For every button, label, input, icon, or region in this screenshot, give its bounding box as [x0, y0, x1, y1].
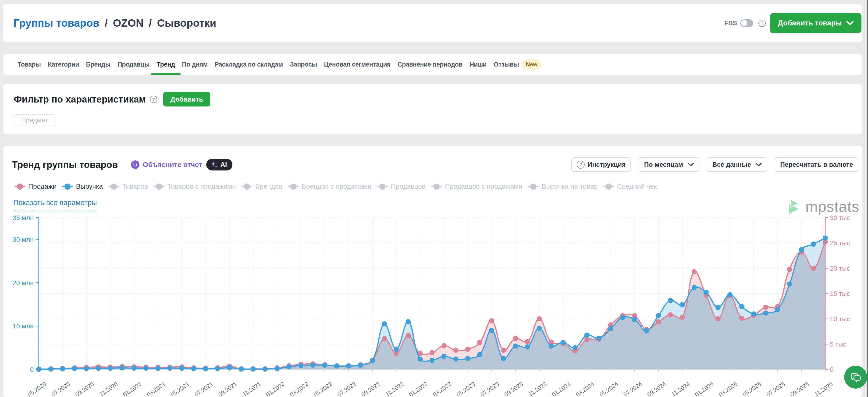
ai-badge: AI — [206, 159, 232, 171]
legend-marker-icon — [14, 184, 25, 190]
chevron-down-icon — [756, 163, 762, 166]
breadcrumb-separator: / — [102, 17, 110, 29]
legend-label: Средний чек — [617, 183, 657, 190]
instruction-button[interactable]: ? Инструкция — [571, 157, 631, 172]
breadcrumb-root-link[interactable]: Группы товаров — [13, 17, 99, 29]
legend-marker-icon — [528, 184, 539, 190]
period-select[interactable]: По месяцам — [639, 157, 699, 172]
x-axis-labels: 05.202007.202009.202011.202001.202103.20… — [26, 369, 834, 397]
tab-бренды[interactable]: Бренды — [86, 54, 111, 75]
legend-label: Брендов — [255, 183, 282, 190]
filter-chip-predmet[interactable]: Предмет — [14, 114, 55, 126]
mpstats-logo-icon — [789, 200, 799, 214]
svg-text:03.2024: 03.2024 — [575, 380, 595, 397]
legend-label: Продажи — [28, 183, 57, 190]
fbs-label: FBS — [724, 20, 737, 27]
ai-badge-text: AI — [220, 161, 227, 169]
breadcrumb: Группы товаров / OZON / Сыворотки — [13, 17, 216, 29]
legend-label: Продавцов — [391, 183, 426, 190]
data-range-select[interactable]: Все данные — [707, 157, 767, 172]
chat-bubbles-icon — [849, 371, 862, 383]
breadcrumb-item-category: Сыворотки — [157, 17, 216, 29]
svg-text:09.2025: 09.2025 — [789, 380, 810, 397]
svg-text:09.2022: 09.2022 — [360, 380, 381, 397]
header-card: Группы товаров / OZON / Сыворотки FBS ? … — [3, 4, 862, 42]
legend-item-продавцов[interactable]: Продавцов — [377, 183, 426, 190]
svg-text:15 тыс: 15 тыс — [830, 290, 850, 297]
filter-help-icon[interactable]: ? — [150, 96, 157, 103]
currency-recalc-button[interactable]: Пересчитать в валюте — [775, 157, 859, 172]
svg-text:0: 0 — [30, 366, 34, 373]
tab-категории[interactable]: Категории — [48, 54, 79, 75]
tab-по-дням[interactable]: По дням — [182, 54, 208, 75]
svg-text:20 тыс: 20 тыс — [830, 265, 850, 272]
svg-text:07.2022: 07.2022 — [336, 380, 357, 397]
tab-раскладка-по-складам[interactable]: Раскладка по складам — [215, 54, 283, 75]
svg-text:05.2021: 05.2021 — [169, 380, 190, 397]
scrollbar-edge[interactable] — [867, 0, 868, 397]
legend-label: Товаров — [122, 183, 148, 190]
legend-item-продавцов-с-продажами[interactable]: Продавцов с продажами — [431, 183, 522, 190]
legend-item-продажи[interactable]: Продажи — [14, 183, 57, 190]
svg-text:05.2025: 05.2025 — [741, 380, 763, 397]
new-badge: New — [522, 59, 541, 69]
add-products-button[interactable]: Добавить товары — [770, 13, 862, 33]
explain-report[interactable]: Объясните отчет AI — [131, 159, 232, 171]
svg-text:20 млн: 20 млн — [12, 279, 34, 286]
legend-marker-icon — [288, 184, 299, 190]
sparkles-icon — [210, 160, 218, 169]
chevron-down-icon — [846, 21, 854, 25]
breadcrumb-separator: / — [147, 17, 154, 29]
svg-text:01.2023: 01.2023 — [408, 380, 429, 397]
legend-item-товаров[interactable]: Товаров — [108, 183, 148, 190]
tab-продавцы[interactable]: Продавцы — [118, 54, 150, 75]
svg-text:11.2021: 11.2021 — [241, 380, 262, 397]
legend-marker-icon — [431, 184, 442, 190]
tab-ценовая-сегментация[interactable]: Ценовая сегментация — [324, 54, 391, 75]
legend-label: Выручка на товар — [542, 183, 598, 190]
legend-item-средний-чек[interactable]: Средний чек — [603, 183, 657, 190]
legend-item-брендов-с-продажами[interactable]: Брендов с продажами — [288, 183, 371, 190]
right-axis: 05 тыс10 тыс15 тыс20 тыс25 тыс30 тыс — [825, 214, 850, 373]
fbs-toggle-knob — [741, 20, 747, 26]
legend-item-товаров-с-продажами[interactable]: Товаров с продажами — [154, 183, 236, 190]
tab-товары[interactable]: Товары — [18, 54, 41, 75]
filter-title: Фильтр по характеристикам — [14, 94, 146, 104]
svg-text:09.2021: 09.2021 — [217, 380, 238, 397]
tab-отзывы[interactable]: Отзывы — [494, 54, 519, 75]
legend-label: Продавцов с продажами — [445, 183, 522, 190]
svg-text:11.2020: 11.2020 — [98, 380, 119, 397]
legend-item-брендов[interactable]: Брендов — [242, 183, 282, 190]
tab-ниши[interactable]: Ниши — [469, 54, 487, 75]
svg-text:30 млн: 30 млн — [12, 236, 34, 243]
legend-marker-icon — [377, 184, 388, 190]
svg-text:03.2025: 03.2025 — [718, 380, 739, 397]
svg-text:07.2023: 07.2023 — [479, 380, 500, 397]
explain-report-link[interactable]: Объясните отчет — [143, 161, 202, 169]
svg-text:03.2023: 03.2023 — [431, 380, 453, 397]
legend-item-выручка-на-товар[interactable]: Выручка на товар — [528, 183, 598, 190]
svg-text:10 тыс: 10 тыс — [830, 315, 850, 323]
chat-button[interactable] — [844, 366, 867, 389]
filter-add-button[interactable]: Добавить — [163, 92, 210, 106]
fbs-toggle[interactable] — [740, 20, 753, 27]
svg-text:11.2025: 11.2025 — [813, 380, 834, 397]
svg-text:07.2020: 07.2020 — [50, 380, 71, 397]
svg-text:05.2020: 05.2020 — [26, 380, 48, 397]
tab-сравнение-периодов[interactable]: Сравнение периодов — [398, 54, 463, 75]
svg-text:01.2021: 01.2021 — [122, 380, 143, 397]
show-all-parameters-link[interactable]: Показать все параметры — [13, 198, 97, 211]
svg-text:09.2020: 09.2020 — [74, 380, 95, 397]
svg-text:03.2022: 03.2022 — [288, 380, 310, 397]
svg-text:03.2021: 03.2021 — [146, 380, 166, 397]
fbs-help-icon[interactable]: ? — [758, 20, 766, 27]
svg-text:07.2025: 07.2025 — [765, 380, 786, 397]
legend-item-выручка[interactable]: Выручка — [62, 183, 103, 190]
tab-запросы[interactable]: Запросы — [290, 54, 317, 75]
left-axis: 010 млн20 млн30 млн35 млн — [12, 214, 39, 373]
svg-text:05.2023: 05.2023 — [455, 380, 476, 397]
svg-text:07.2021: 07.2021 — [193, 380, 214, 397]
legend-label: Товаров с продажами — [167, 183, 236, 190]
legend-marker-icon — [242, 184, 252, 190]
tab-тренд[interactable]: Тренд — [157, 54, 175, 75]
